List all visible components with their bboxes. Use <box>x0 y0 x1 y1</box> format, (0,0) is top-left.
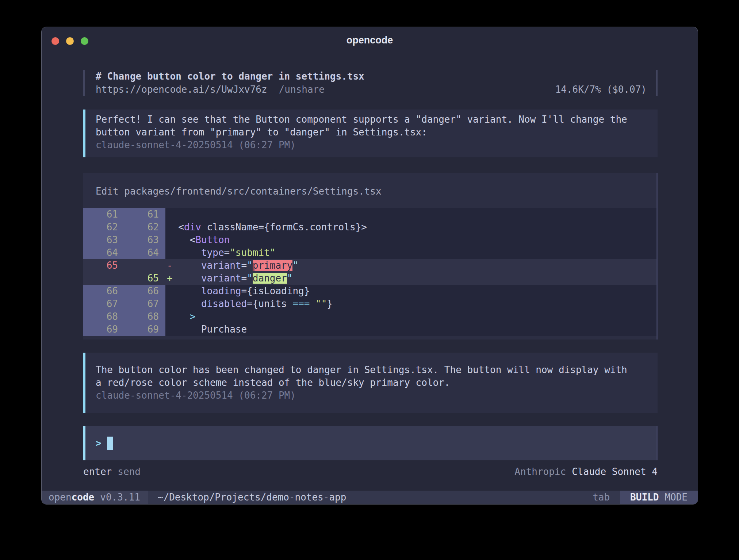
mode-name: BUILD <box>630 491 659 504</box>
share-url-link[interactable]: https://opencode.ai/s/UwJxv76z <box>96 83 267 96</box>
build-mode-badge: BUILD MODE <box>620 491 698 504</box>
diff-code-line: loading={isLoading} <box>165 285 310 298</box>
diff-code-line: + variant="danger" <box>165 272 292 285</box>
assistant-message: The button color has been changed to dan… <box>83 353 658 413</box>
diff-code-line: > <box>165 310 195 323</box>
context-usage-stats: 14.6K/7% ($0.07) <box>555 83 647 96</box>
session-subtitle-row: https://opencode.ai/s/UwJxv76z /unshare … <box>96 83 647 96</box>
diff-gutter: 65 <box>83 259 165 272</box>
old-line-number: 66 <box>83 285 118 298</box>
new-line-number: 66 <box>118 285 159 298</box>
mode-suffix: MODE <box>665 491 688 504</box>
provider-label: Anthropic <box>514 465 566 478</box>
diff-code-line: - variant="primary" <box>165 259 298 272</box>
new-line-number: 61 <box>118 208 159 221</box>
send-action-label: send <box>118 465 141 478</box>
old-line-number: 67 <box>83 298 118 310</box>
session-header: # Change button color to danger in setti… <box>83 70 658 96</box>
new-line-number: 65 <box>118 272 159 285</box>
title-bar[interactable]: opencode <box>42 27 698 50</box>
session-title: # Change button color to danger in setti… <box>96 70 647 83</box>
old-line-number <box>83 272 118 285</box>
old-line-number: 62 <box>83 221 118 234</box>
new-line-number <box>118 259 159 272</box>
main-content: # Change button color to danger in setti… <box>42 70 698 478</box>
old-line-number: 68 <box>83 310 118 323</box>
new-line-number: 68 <box>118 310 159 323</box>
diff-row: 63 63 <Button <box>83 234 656 246</box>
diff-row: 62 62 <div className={formCs.controls}> <box>83 221 656 234</box>
old-line-number: 63 <box>83 234 118 246</box>
new-line-number: 64 <box>118 246 159 259</box>
diff-row: 65 + variant="danger" <box>83 272 656 285</box>
diff-gutter: 65 <box>83 272 165 285</box>
window-title: opencode <box>42 35 698 46</box>
prompt-symbol: > <box>96 438 102 449</box>
diff-code-line: Purchase <box>165 323 247 336</box>
new-line-number: 69 <box>118 323 159 336</box>
app-name-suffix: code <box>72 491 95 504</box>
app-version-segment: opencode v0.3.11 <box>42 491 148 504</box>
working-directory: ~/Desktop/Projects/demo-notes-app <box>158 491 593 504</box>
diff-gutter: 66 66 <box>83 285 165 298</box>
unshare-command[interactable]: /unshare <box>279 83 325 96</box>
message-line: The button color has been changed to dan… <box>96 364 650 376</box>
diff-code-line: <div className={formCs.controls}> <box>165 221 367 234</box>
assistant-message: Perfect! I can see that the Button compo… <box>83 110 658 157</box>
diff-code-line: <Button <box>165 234 230 246</box>
diff-view: 61 61 62 62 <div className={formCs.contr… <box>83 208 656 336</box>
diff-row: 66 66 loading={isLoading} <box>83 285 656 298</box>
message-meta: claude-sonnet-4-20250514 (06:27 PM) <box>96 139 650 151</box>
tab-key-hint[interactable]: tab <box>593 491 610 504</box>
model-label: Claude Sonnet 4 <box>572 465 658 478</box>
diff-gutter: 64 64 <box>83 246 165 259</box>
old-line-number: 61 <box>83 208 118 221</box>
app-name-prefix: open <box>49 491 72 504</box>
footer-hints: enter send Anthropic Claude Sonnet 4 <box>83 465 658 478</box>
message-line: a red/rose color scheme instead of the b… <box>96 376 650 389</box>
diff-gutter: 68 68 <box>83 310 165 323</box>
diff-row: 68 68 > <box>83 310 656 323</box>
new-line-number: 63 <box>118 234 159 246</box>
diff-code-line <box>165 208 167 221</box>
diff-gutter: 61 61 <box>83 208 165 221</box>
diff-code-line: disabled={units === ""} <box>165 298 333 310</box>
text-cursor <box>107 437 113 450</box>
diff-row: 67 67 disabled={units === ""} <box>83 298 656 310</box>
diff-row: 69 69 Purchase <box>83 323 656 336</box>
message-meta: claude-sonnet-4-20250514 (06:27 PM) <box>96 389 650 402</box>
enter-key-hint: enter <box>83 465 112 478</box>
diff-gutter: 67 67 <box>83 298 165 310</box>
edit-tool-header: Edit packages/frontend/src/containers/Se… <box>83 185 656 198</box>
diff-gutter: 63 63 <box>83 234 165 246</box>
diff-row: 64 64 type="submit" <box>83 246 656 259</box>
new-line-number: 62 <box>118 221 159 234</box>
message-line: button variant from "primary" to "danger… <box>96 126 650 139</box>
old-line-number: 64 <box>83 246 118 259</box>
diff-gutter: 62 62 <box>83 221 165 234</box>
status-bar: opencode v0.3.11 ~/Desktop/Projects/demo… <box>42 491 698 504</box>
diff-code-line: type="submit" <box>165 246 275 259</box>
app-window: opencode # Change button color to danger… <box>41 27 698 505</box>
edit-tool-panel: Edit packages/frontend/src/containers/Se… <box>83 173 658 340</box>
old-line-number: 65 <box>83 259 118 272</box>
diff-row: 61 61 <box>83 208 656 221</box>
diff-row: 65 - variant="primary" <box>83 259 656 272</box>
message-line: Perfect! I can see that the Button compo… <box>96 113 650 126</box>
prompt-input[interactable]: > <box>83 426 658 460</box>
app-version: v0.3.11 <box>100 491 140 504</box>
diff-gutter: 69 69 <box>83 323 165 336</box>
old-line-number: 69 <box>83 323 118 336</box>
new-line-number: 67 <box>118 298 159 310</box>
